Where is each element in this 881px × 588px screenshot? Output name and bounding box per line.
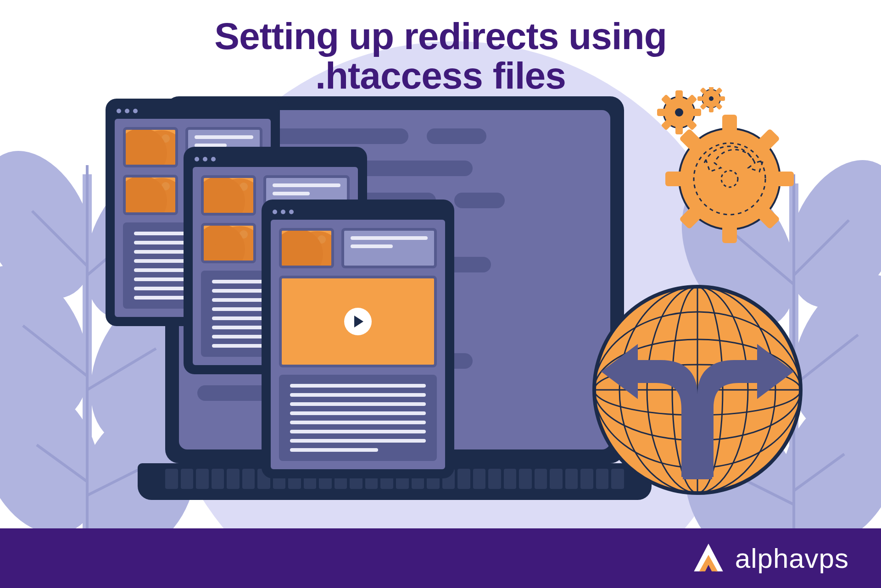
page-title: Setting up redirects using .htaccess fil… bbox=[0, 17, 881, 95]
svg-rect-16 bbox=[775, 172, 794, 186]
svg-rect-53 bbox=[683, 394, 712, 479]
svg-rect-14 bbox=[722, 225, 737, 243]
headline-line2: .htaccess files bbox=[315, 55, 566, 96]
image-thumb-icon bbox=[279, 228, 334, 268]
image-thumb-icon bbox=[201, 175, 256, 216]
svg-rect-36 bbox=[709, 107, 714, 112]
browser-window-icon bbox=[266, 204, 450, 474]
play-icon bbox=[344, 308, 372, 335]
headline-line1: Setting up redirects using bbox=[214, 15, 666, 57]
video-thumb-icon bbox=[279, 276, 437, 367]
image-thumb-icon bbox=[201, 223, 256, 263]
svg-rect-37 bbox=[697, 96, 703, 101]
globe-redirect-icon bbox=[587, 280, 808, 500]
footer-bar: alphavps bbox=[0, 528, 881, 588]
svg-rect-28 bbox=[692, 109, 701, 116]
svg-rect-27 bbox=[657, 109, 666, 116]
svg-point-34 bbox=[709, 96, 714, 101]
svg-rect-26 bbox=[675, 125, 683, 134]
image-thumb-icon bbox=[123, 175, 178, 215]
alphavps-logo-icon bbox=[692, 542, 725, 575]
svg-point-24 bbox=[675, 108, 683, 116]
svg-rect-13 bbox=[722, 115, 737, 133]
svg-rect-15 bbox=[665, 172, 684, 186]
brand: alphavps bbox=[692, 542, 849, 575]
brand-name: alphavps bbox=[735, 543, 849, 574]
illustration-canvas: Setting up redirects using .htaccess fil… bbox=[0, 0, 881, 588]
gear-icon bbox=[647, 87, 803, 243]
svg-rect-38 bbox=[719, 96, 725, 101]
image-thumb-icon bbox=[123, 127, 178, 167]
